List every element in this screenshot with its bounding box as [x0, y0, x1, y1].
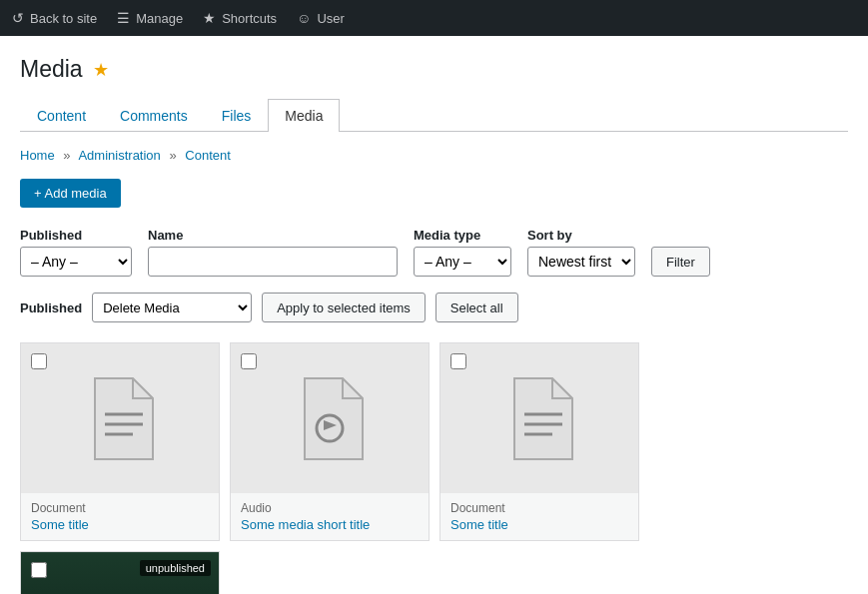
bulk-action-select[interactable]: Delete Media [92, 293, 252, 322]
media-type-label: Document [450, 501, 628, 515]
media-thumbnail [440, 343, 638, 493]
filter-name-input[interactable] [148, 247, 398, 277]
media-info: Document Some title [21, 493, 219, 540]
media-item-checkbox[interactable] [31, 562, 47, 578]
media-title-link[interactable]: Some media short title [241, 517, 419, 532]
unpublished-badge: unpublished [140, 560, 211, 576]
media-type-label: Audio [241, 501, 419, 515]
filter-published-label: Published [20, 228, 132, 243]
filter-media-type-select[interactable]: – Any – Document Audio Image Video [414, 247, 511, 277]
apply-to-selected-button[interactable]: Apply to selected items [262, 293, 426, 322]
media-title-link[interactable]: Some title [450, 517, 628, 532]
filter-name-label: Name [148, 228, 398, 243]
filter-published-select[interactable]: – Any – Published Unpublished [20, 247, 132, 277]
page-title-row: Media ★ [20, 56, 848, 83]
media-thumbnail [21, 343, 219, 493]
menu-icon: ☰ [117, 10, 130, 26]
media-info: Audio Some media short title [231, 493, 429, 540]
document-icon [504, 376, 574, 461]
media-item-checkbox[interactable] [31, 353, 47, 369]
shortcuts-menu[interactable]: ★ Shortcuts [203, 10, 277, 26]
tab-bar: Content Comments Files Media [20, 99, 848, 132]
back-label: Back to site [30, 11, 97, 26]
breadcrumb-administration[interactable]: Administration [78, 148, 160, 163]
media-item[interactable]: Document Some title [20, 342, 220, 541]
tab-files[interactable]: Files [205, 99, 269, 132]
filter-sort-group: Sort by Newest first Oldest first Name A… [527, 228, 635, 277]
select-all-button[interactable]: Select all [435, 293, 518, 322]
media-item-checkbox[interactable] [241, 353, 257, 369]
back-to-site[interactable]: ↺ Back to site [12, 10, 97, 26]
breadcrumb-home[interactable]: Home [20, 148, 55, 163]
filter-sort-label: Sort by [527, 228, 635, 243]
bulk-published-label: Published [20, 300, 82, 315]
user-icon: ☺ [297, 10, 311, 26]
media-thumbnail [231, 343, 429, 493]
media-thumbnail: unpublished ▶ [21, 552, 219, 594]
star-icon: ★ [203, 10, 216, 26]
media-title-link[interactable]: Some title [31, 517, 209, 532]
breadcrumb-content[interactable]: Content [185, 148, 231, 163]
filter-sort-select[interactable]: Newest first Oldest first Name A-Z Name … [527, 247, 635, 277]
user-label: User [317, 11, 344, 26]
media-item[interactable]: Document Some title [439, 342, 639, 541]
filter-published-group: Published – Any – Published Unpublished [20, 228, 132, 277]
filter-row: Published – Any – Published Unpublished … [20, 228, 848, 277]
media-item-checkbox[interactable] [450, 353, 466, 369]
add-media-button[interactable]: + Add media [20, 179, 121, 208]
filter-name-group: Name [148, 228, 398, 277]
filter-media-type-group: Media type – Any – Document Audio Image … [414, 228, 511, 277]
media-info: Document Some title [440, 493, 638, 540]
media-type-label: Document [31, 501, 209, 515]
breadcrumb-sep-1: » [63, 148, 70, 163]
tab-media[interactable]: Media [268, 99, 340, 132]
manage-label: Manage [136, 11, 183, 26]
page-title: Media [20, 56, 83, 83]
tab-content[interactable]: Content [20, 99, 103, 132]
user-menu[interactable]: ☺ User [297, 10, 345, 26]
bulk-action-row: Published Delete Media Apply to selected… [20, 293, 848, 322]
filter-media-type-label: Media type [414, 228, 511, 243]
main-content: Media ★ Content Comments Files Media Hom… [0, 36, 868, 594]
breadcrumb: Home » Administration » Content [20, 148, 848, 163]
breadcrumb-sep-2: » [169, 148, 176, 163]
shortcuts-label: Shortcuts [222, 11, 277, 26]
audio-icon [295, 376, 365, 461]
tab-comments[interactable]: Comments [103, 99, 205, 132]
admin-bar: ↺ Back to site ☰ Manage ★ Shortcuts ☺ Us… [0, 0, 868, 36]
media-item[interactable]: unpublished ▶ Image Some title [20, 551, 220, 594]
manage-menu[interactable]: ☰ Manage [117, 10, 183, 26]
document-icon [85, 376, 155, 461]
media-grid: Document Some title Audio Some media sho… [20, 342, 848, 594]
favorite-star-icon[interactable]: ★ [93, 59, 109, 81]
back-icon: ↺ [12, 10, 24, 26]
media-item[interactable]: Audio Some media short title [230, 342, 430, 541]
filter-button[interactable]: Filter [651, 247, 710, 277]
